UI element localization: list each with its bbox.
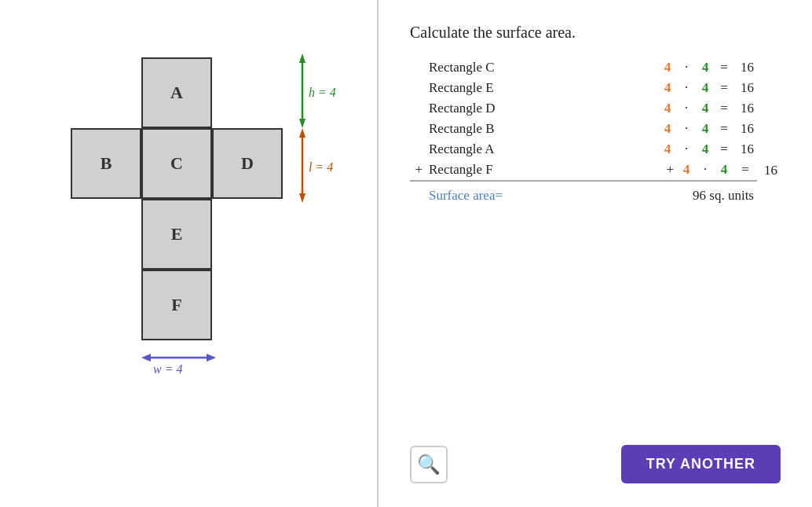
svg-text:h = 4: h = 4 (309, 86, 336, 99)
cell-E: E (141, 199, 212, 270)
table-row: Rectangle B 4 · 4 = 16 (410, 119, 781, 139)
svg-marker-2 (299, 119, 305, 128)
svg-marker-5 (299, 128, 305, 138)
table-row: + Rectangle F + 4 · 4 = 16 (410, 160, 781, 181)
num1: 4 (658, 78, 677, 98)
svg-marker-6 (299, 193, 305, 203)
w-arrow: w = 4 (141, 348, 216, 380)
problem-title: Calculate the surface area. (410, 24, 781, 42)
cell-B: B (71, 128, 141, 199)
row-label: Rectangle F (426, 160, 658, 181)
table-row: Rectangle D 4 · 4 = 16 (410, 98, 781, 119)
right-panel: Calculate the surface area. Rectangle C … (377, 0, 812, 507)
prefix-cell (410, 139, 426, 160)
num2: 4 (696, 78, 715, 98)
net-diagram: A B C D E F h = 4 l = 4 w = (63, 50, 314, 458)
num2: 4 (696, 98, 715, 119)
result: 16 (733, 98, 757, 119)
result: 16 (733, 139, 757, 160)
svg-text:w = 4: w = 4 (153, 362, 182, 376)
result: 16 (757, 160, 781, 181)
table-row: Rectangle E 4 · 4 = 16 (410, 78, 781, 98)
cell-D: D (212, 128, 283, 199)
result: 16 (733, 78, 757, 98)
num1: 4 (658, 119, 677, 139)
try-another-button[interactable]: TRY ANOTHER (621, 445, 781, 483)
num2: 4 (715, 160, 733, 181)
prefix-cell (410, 98, 426, 119)
prefix-cell (410, 78, 426, 98)
l-arrow: l = 4 (294, 128, 349, 203)
cell-C: C (141, 128, 212, 199)
svg-marker-10 (207, 354, 216, 362)
num1: 4 (658, 98, 677, 119)
calculation-table: Rectangle C 4 · 4 = 16 Rectangle E 4 · 4… (410, 57, 781, 206)
surface-label: Surface area= (426, 181, 658, 206)
row-label: Rectangle E (426, 78, 658, 98)
left-panel: A B C D E F h = 4 l = 4 w = (0, 0, 377, 507)
num2: 4 (696, 139, 715, 160)
cell-A: A (141, 57, 212, 128)
result: 16 (733, 119, 757, 139)
cell-F: F (141, 270, 212, 340)
num1: 4 (677, 160, 696, 181)
prefix-cell (410, 119, 426, 139)
zoom-icon: 🔍 (417, 454, 441, 476)
row-label: Rectangle B (426, 119, 658, 139)
num1: 4 (658, 57, 677, 78)
svg-marker-9 (141, 354, 151, 362)
surface-value: 96 sq. units (658, 181, 757, 206)
zoom-button[interactable]: 🔍 (410, 446, 448, 483)
result: 16 (733, 57, 757, 78)
row-label: Rectangle A (426, 139, 658, 160)
table-row: Rectangle A 4 · 4 = 16 (410, 139, 781, 160)
row-label: Rectangle D (426, 98, 658, 119)
num2: 4 (696, 119, 715, 139)
num2: 4 (696, 57, 715, 78)
row-label: Rectangle C (426, 57, 658, 78)
bottom-bar: 🔍 TRY ANOTHER (410, 429, 781, 483)
prefix-cell: + (410, 160, 426, 181)
svg-marker-1 (299, 53, 305, 63)
num1: 4 (658, 139, 677, 160)
table-row: Rectangle C 4 · 4 = 16 (410, 57, 781, 78)
surface-area-row: Surface area= 96 sq. units (410, 181, 781, 206)
svg-text:l = 4: l = 4 (309, 160, 333, 174)
h-arrow: h = 4 (294, 53, 342, 128)
prefix-cell (410, 57, 426, 78)
